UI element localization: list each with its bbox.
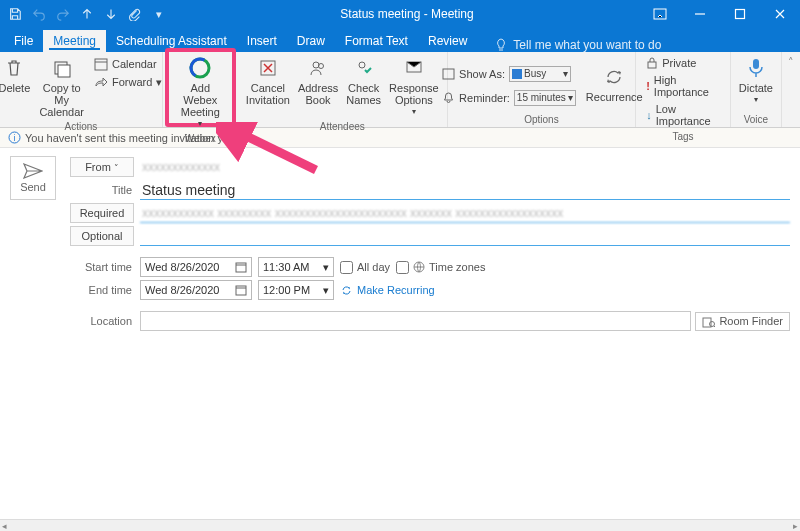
from-button[interactable]: From ˅ [70, 157, 134, 177]
info-icon: i [8, 131, 21, 144]
time-zones-checkbox[interactable]: Time zones [396, 261, 485, 274]
ribbon-group-options: Show As: Busy ▾ Reminder: 15 minutes ▾ [448, 52, 637, 127]
scroll-right-icon[interactable]: ▸ [793, 521, 798, 531]
add-webex-button[interactable]: Add Webex Meeting ▾ [173, 54, 228, 132]
copy-calendar-button[interactable]: Copy to My Calendar [35, 54, 88, 120]
optional-input[interactable] [140, 226, 790, 246]
svg-point-25 [710, 321, 715, 326]
address-book-icon [308, 56, 328, 80]
tell-me[interactable]: Tell me what you want to do [495, 38, 661, 52]
ribbon-group-webex: Add Webex Meeting ▾ Webex [165, 48, 236, 127]
check-names-icon [354, 56, 374, 80]
recurrence-icon [340, 284, 353, 297]
calendar-icon [235, 284, 247, 296]
forward-button[interactable]: Forward ▾ [90, 74, 166, 90]
svg-rect-14 [443, 69, 454, 79]
scroll-left-icon[interactable]: ◂ [2, 521, 7, 531]
ribbon-group-voice: Dictate ▾ Voice [731, 52, 781, 127]
tell-me-label: Tell me what you want to do [513, 38, 661, 52]
title-input[interactable]: Status meeting [140, 180, 790, 200]
room-finder-button[interactable]: Room Finder [695, 312, 790, 331]
tab-file[interactable]: File [4, 30, 43, 52]
quick-access-toolbar: ▾ [0, 3, 174, 25]
info-message: You haven't sent this meeting invitation… [25, 132, 235, 144]
tab-draw[interactable]: Draw [287, 30, 335, 52]
dictate-button[interactable]: Dictate ▾ [735, 54, 777, 108]
svg-text:i: i [14, 133, 16, 143]
importance-low-icon: ↓ [646, 109, 652, 121]
tab-meeting[interactable]: Meeting [43, 30, 106, 52]
lightbulb-icon [495, 38, 507, 52]
collapse-ribbon-icon[interactable]: ˄ [788, 56, 794, 69]
svg-rect-16 [753, 59, 759, 69]
svg-point-12 [359, 62, 365, 68]
tab-format[interactable]: Format Text [335, 30, 418, 52]
calendar-icon [94, 57, 108, 71]
high-importance-button[interactable]: !High Importance [642, 73, 724, 99]
start-date-input[interactable]: Wed 8/26/2020 [140, 257, 252, 277]
minimize-icon[interactable] [680, 0, 720, 28]
importance-high-icon: ! [646, 80, 650, 92]
address-book-button[interactable]: Address Book [294, 54, 342, 108]
svg-line-26 [714, 326, 715, 327]
location-input[interactable] [140, 311, 691, 331]
horizontal-scrollbar[interactable]: ◂ ▸ [0, 519, 800, 531]
trash-icon [4, 56, 24, 80]
previous-icon[interactable] [76, 3, 98, 25]
ribbon-display-options-icon[interactable] [640, 0, 680, 28]
send-button[interactable]: Send [10, 156, 56, 200]
room-icon [702, 315, 715, 328]
send-icon [23, 163, 43, 179]
forward-icon [94, 75, 108, 89]
maximize-icon[interactable] [720, 0, 760, 28]
attach-icon[interactable] [124, 3, 146, 25]
all-day-checkbox[interactable]: All day [340, 261, 390, 274]
title-label: Title [70, 184, 140, 196]
response-options-button[interactable]: Response Options ▾ [385, 54, 443, 120]
low-importance-button[interactable]: ↓Low Importance [642, 102, 724, 128]
svg-rect-0 [654, 9, 666, 19]
ribbon-group-attendees: Cancel Invitation Address Book Check Nam… [238, 52, 448, 127]
required-input[interactable]: xxxxxxxxxxxx xxxxxxxxx xxxxxxxxxxxxxxxxx… [140, 203, 790, 223]
bell-icon [442, 91, 455, 104]
chevron-down-icon: ▾ [323, 284, 329, 297]
next-icon[interactable] [100, 3, 122, 25]
make-recurring-link[interactable]: Make Recurring [340, 284, 435, 297]
reminder-dropdown[interactable]: 15 minutes ▾ [514, 90, 576, 106]
calendar-icon [235, 261, 247, 273]
svg-rect-4 [58, 65, 70, 77]
optional-button[interactable]: Optional [70, 226, 134, 246]
response-icon [404, 56, 424, 80]
show-as-dropdown[interactable]: Busy ▾ [509, 66, 571, 82]
chevron-down-icon: ▾ [754, 94, 758, 106]
cancel-invitation-button[interactable]: Cancel Invitation [242, 54, 294, 108]
calendar-icon [442, 67, 455, 80]
end-time-label: End time [70, 284, 140, 296]
chevron-down-icon: ▾ [563, 68, 568, 79]
redo-icon[interactable] [52, 3, 74, 25]
tab-review[interactable]: Review [418, 30, 477, 52]
chevron-down-icon: ▾ [323, 261, 329, 274]
end-date-input[interactable]: Wed 8/26/2020 [140, 280, 252, 300]
webex-icon [188, 56, 212, 80]
recurrence-icon [603, 65, 625, 89]
save-icon[interactable] [4, 3, 26, 25]
start-time-input[interactable]: 11:30 AM▾ [258, 257, 334, 277]
delete-button[interactable]: Delete [0, 54, 35, 96]
undo-icon[interactable] [28, 3, 50, 25]
title-bar: ▾ Status meeting - Meeting [0, 0, 800, 28]
tab-insert[interactable]: Insert [237, 30, 287, 52]
calendar-button[interactable]: Calendar [90, 56, 166, 72]
check-names-button[interactable]: Check Names [342, 54, 385, 108]
lock-icon [646, 57, 658, 69]
chevron-down-icon: ▾ [412, 106, 416, 118]
required-button[interactable]: Required [70, 203, 134, 223]
ribbon-group-tags: Private !High Importance ↓Low Importance… [636, 52, 731, 127]
end-time-input[interactable]: 12:00 PM▾ [258, 280, 334, 300]
qat-more-icon[interactable]: ▾ [148, 3, 170, 25]
ribbon-group-actions: Delete Copy to My Calendar Calendar Forw… [0, 52, 163, 127]
svg-rect-22 [236, 286, 246, 295]
private-button[interactable]: Private [642, 56, 724, 70]
close-icon[interactable] [760, 0, 800, 28]
chevron-down-icon: ▾ [568, 92, 573, 103]
